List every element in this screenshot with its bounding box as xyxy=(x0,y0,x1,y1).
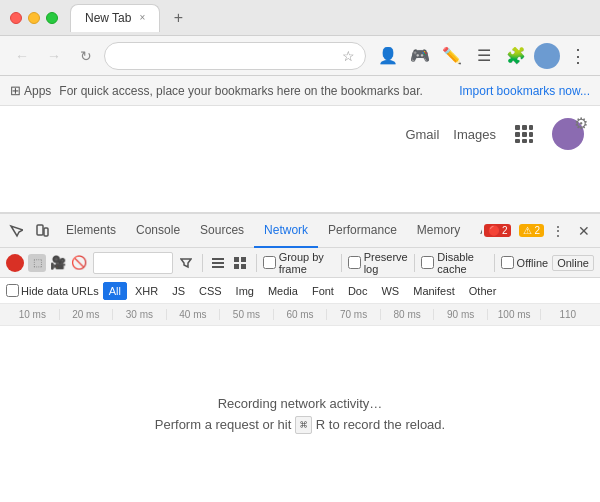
filter-css-button[interactable]: CSS xyxy=(193,282,228,300)
network-filter-input[interactable] xyxy=(93,252,173,274)
tab-memory[interactable]: Memory xyxy=(407,214,470,248)
bookmarks-message: For quick access, place your bookmarks h… xyxy=(59,84,451,98)
disable-cache-checkbox[interactable]: Disable cache xyxy=(421,251,488,275)
filter-img-button[interactable]: Img xyxy=(230,282,260,300)
tab-network[interactable]: Network xyxy=(254,214,318,248)
empty-state-line2: Perform a request or hit ⌘ R to record t… xyxy=(155,417,445,432)
hide-data-urls-label: Hide data URLs xyxy=(21,285,99,297)
title-bar: New Tab × + xyxy=(0,0,600,36)
toolbar-divider-4 xyxy=(414,254,415,272)
network-empty-state: Recording network activity… Perform a re… xyxy=(0,326,600,502)
timeline-mark-2: 30 ms xyxy=(112,309,166,320)
filter-font-button[interactable]: Font xyxy=(306,282,340,300)
online-badge[interactable]: Online xyxy=(552,255,594,271)
clear-log-button[interactable]: 🚫 xyxy=(70,251,89,275)
timeline-mark-8: 90 ms xyxy=(433,309,487,320)
shortcut-r: R xyxy=(316,417,329,432)
filter-ws-button[interactable]: WS xyxy=(375,282,405,300)
error-icon: 🔴 xyxy=(488,225,500,236)
svg-rect-4 xyxy=(522,132,527,137)
devtools-close-button[interactable]: ✕ xyxy=(572,219,596,243)
list-view-button[interactable] xyxy=(208,251,227,275)
timeline-mark-5: 60 ms xyxy=(273,309,327,320)
maximize-window-button[interactable] xyxy=(46,12,58,24)
forward-button[interactable]: → xyxy=(40,42,68,70)
warning-icon: ⚠ xyxy=(523,225,532,236)
record-button[interactable] xyxy=(6,254,24,272)
svg-rect-5 xyxy=(529,132,533,137)
extension-icon-5[interactable]: 🧩 xyxy=(502,42,530,70)
bookmarks-bar: ⊞ Apps For quick access, place your book… xyxy=(0,76,600,106)
filter-icon[interactable] xyxy=(177,251,196,275)
tab-elements[interactable]: Elements xyxy=(56,214,126,248)
timeline-mark-0: 10 ms xyxy=(6,309,59,320)
group-by-frame-checkbox[interactable]: Group by frame xyxy=(263,251,335,275)
timeline-mark-4: 50 ms xyxy=(219,309,273,320)
devtools-settings-button[interactable]: ⋮ xyxy=(546,219,570,243)
svg-rect-8 xyxy=(529,139,533,143)
tab-performance[interactable]: Performance xyxy=(318,214,407,248)
tab-application[interactable]: Application xyxy=(470,214,482,248)
svg-rect-1 xyxy=(522,125,527,130)
shortcut-cmd: ⌘ xyxy=(295,416,312,434)
filter-manifest-button[interactable]: Manifest xyxy=(407,282,461,300)
toolbar-divider-2 xyxy=(256,254,257,272)
preserve-log-checkbox[interactable]: Preserve log xyxy=(348,251,409,275)
current-tab[interactable]: New Tab × xyxy=(70,4,160,32)
address-input[interactable] xyxy=(115,48,338,63)
filter-media-button[interactable]: Media xyxy=(262,282,304,300)
svg-rect-13 xyxy=(212,266,224,268)
google-apps-icon[interactable] xyxy=(510,120,538,148)
new-tab-button[interactable]: + xyxy=(166,6,190,30)
filter-type-buttons: All XHR JS CSS Img Media Font Doc WS Man… xyxy=(103,282,503,300)
hide-data-urls-checkbox[interactable]: Hide data URLs xyxy=(6,284,99,297)
traffic-lights xyxy=(10,12,58,24)
timeline-mark-7: 80 ms xyxy=(380,309,434,320)
tab-bar: New Tab × + xyxy=(70,4,590,32)
timeline-mark-6: 70 ms xyxy=(326,309,380,320)
devtools-device-mode-icon[interactable] xyxy=(30,219,54,243)
empty-state-line1: Recording network activity… xyxy=(218,396,383,411)
menu-button[interactable]: ⋮ xyxy=(564,42,592,70)
offline-checkbox[interactable]: Offline xyxy=(501,256,549,269)
gmail-link[interactable]: Gmail xyxy=(405,127,439,142)
back-button[interactable]: ← xyxy=(8,42,36,70)
bookmark-star-icon[interactable]: ☆ xyxy=(342,48,355,64)
filter-doc-button[interactable]: Doc xyxy=(342,282,374,300)
images-link[interactable]: Images xyxy=(453,127,496,142)
tab-close-button[interactable]: × xyxy=(139,13,145,23)
close-window-button[interactable] xyxy=(10,12,22,24)
svg-rect-0 xyxy=(515,125,520,130)
extension-icon-3[interactable]: ✏️ xyxy=(438,42,466,70)
grid-view-button[interactable] xyxy=(231,251,250,275)
svg-rect-10 xyxy=(44,228,48,236)
tab-sources[interactable]: Sources xyxy=(190,214,254,248)
minimize-window-button[interactable] xyxy=(28,12,40,24)
navigation-bar: ← → ↻ ☆ 👤 🎮 ✏️ ☰ 🧩 ⋮ xyxy=(0,36,600,76)
extension-icon-4[interactable]: ☰ xyxy=(470,42,498,70)
filter-other-button[interactable]: Other xyxy=(463,282,503,300)
stop-recording-button[interactable]: ⬚ xyxy=(28,254,46,272)
filter-type-bar: Hide data URLs All XHR JS CSS Img Media … xyxy=(0,278,600,304)
devtools-tabs: Elements Console Sources Network Perform… xyxy=(56,214,482,248)
devtools-element-picker-icon[interactable] xyxy=(4,219,28,243)
filter-all-button[interactable]: All xyxy=(103,282,127,300)
user-avatar[interactable] xyxy=(534,43,560,69)
svg-rect-6 xyxy=(515,139,520,143)
timeline-mark-3: 40 ms xyxy=(166,309,220,320)
import-bookmarks-link[interactable]: Import bookmarks now... xyxy=(459,84,590,98)
apps-button[interactable]: ⊞ Apps xyxy=(10,83,51,98)
filter-js-button[interactable]: JS xyxy=(166,282,191,300)
filter-xhr-button[interactable]: XHR xyxy=(129,282,164,300)
screenshot-button[interactable]: 🎥 xyxy=(50,254,66,272)
tab-console[interactable]: Console xyxy=(126,214,190,248)
svg-rect-7 xyxy=(522,139,527,143)
nav-icons: 👤 🎮 ✏️ ☰ 🧩 ⋮ xyxy=(374,42,592,70)
settings-gear-icon[interactable]: ⚙ xyxy=(574,114,588,133)
extension-icon-1[interactable]: 👤 xyxy=(374,42,402,70)
network-toolbar: ⬚ 🎥 🚫 Gro xyxy=(0,248,600,278)
svg-rect-14 xyxy=(234,257,239,262)
extension-icon-2[interactable]: 🎮 xyxy=(406,42,434,70)
svg-rect-11 xyxy=(212,258,224,260)
reload-button[interactable]: ↻ xyxy=(72,42,100,70)
